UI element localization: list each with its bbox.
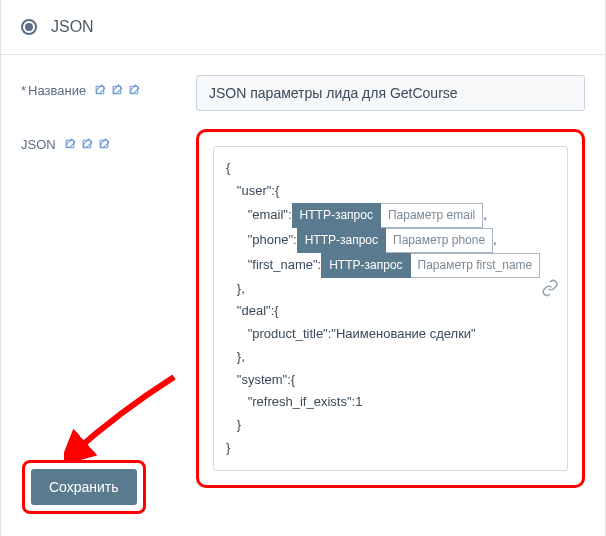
tag-http-request[interactable]: HTTP-запрос xyxy=(292,203,381,228)
edit-icon[interactable] xyxy=(98,138,111,151)
save-highlight: Сохранить xyxy=(22,460,146,514)
radio-json[interactable] xyxy=(21,19,37,35)
edit-icon[interactable] xyxy=(128,84,141,97)
link-icon[interactable] xyxy=(541,279,559,297)
json-editor-highlight: { "user":{ "email":HTTP-запросПараметр e… xyxy=(196,129,585,488)
name-input[interactable] xyxy=(196,75,585,111)
tag-param-phone[interactable]: Параметр phone xyxy=(386,228,493,253)
edit-icon[interactable] xyxy=(94,84,107,97)
tag-http-request[interactable]: HTTP-запрос xyxy=(321,253,410,278)
edit-icon[interactable] xyxy=(64,138,77,151)
section-header: JSON xyxy=(1,0,605,55)
tag-param-email[interactable]: Параметр email xyxy=(381,203,483,228)
json-editor[interactable]: { "user":{ "email":HTTP-запросПараметр e… xyxy=(213,146,568,471)
tag-param-firstname[interactable]: Параметр first_name xyxy=(411,253,541,278)
edit-icon[interactable] xyxy=(81,138,94,151)
label-json: JSON xyxy=(21,129,196,152)
tag-http-request[interactable]: HTTP-запрос xyxy=(297,228,386,253)
edit-icon[interactable] xyxy=(111,84,124,97)
save-button[interactable]: Сохранить xyxy=(31,469,137,505)
label-name: * Название xyxy=(21,75,196,98)
section-title: JSON xyxy=(51,18,94,36)
